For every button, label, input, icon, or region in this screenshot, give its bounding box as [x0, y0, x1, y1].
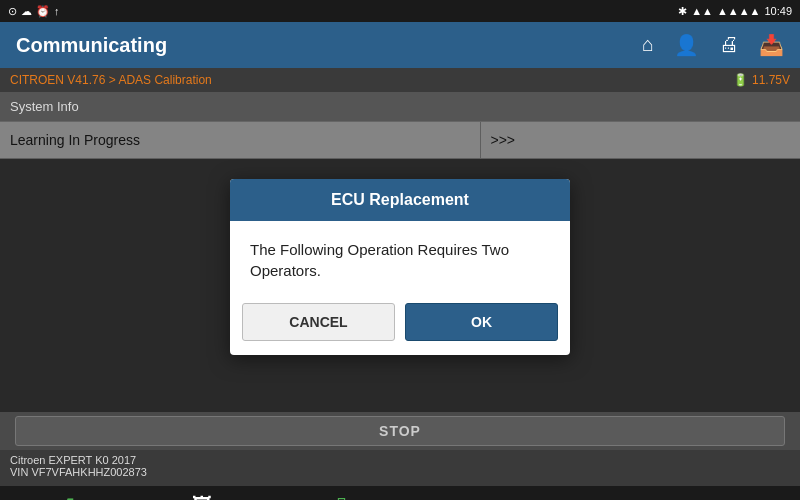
- bluetooth-icon: ✱: [678, 5, 687, 18]
- modal-overlay: ECU Replacement The Following Operation …: [0, 122, 800, 412]
- square-icon[interactable]: □: [466, 494, 478, 501]
- dialog-buttons: CANCEL OK: [230, 297, 570, 355]
- time-display: 10:49: [764, 5, 792, 17]
- nav-bar: Communicating ⌂ 👤 🖨 📥: [0, 22, 800, 68]
- stop-bar: STOP: [0, 412, 800, 450]
- cancel-button[interactable]: CANCEL: [242, 303, 395, 341]
- home-bottom-icon[interactable]: ⌂: [595, 494, 607, 501]
- dialog: ECU Replacement The Following Operation …: [230, 179, 570, 355]
- bottom-nav: ↺ 🖼 🖨 □ ⌂ ↩: [0, 486, 800, 500]
- upload-icon: ↑: [54, 5, 60, 17]
- breadcrumb-bar: CITROEN V41.76 > ADAS Calibration 🔋 11.7…: [0, 68, 800, 92]
- nav-title: Communicating: [16, 34, 167, 57]
- status-left-icons: ⊙ ☁ ⏰ ↑: [8, 5, 60, 18]
- signal-icon: ▲▲▲▲: [717, 5, 761, 17]
- system-info-bar: System Info: [0, 92, 800, 122]
- gallery-icon[interactable]: 🖼: [192, 494, 212, 501]
- dialog-header: ECU Replacement: [230, 179, 570, 221]
- main-content: Learning In Progress >>> ECU Replacement…: [0, 122, 800, 412]
- circle-icon: ⊙: [8, 5, 17, 18]
- vehicle-name: Citroen EXPERT K0 2017: [10, 454, 790, 466]
- download-icon[interactable]: 📥: [759, 33, 784, 57]
- ok-button[interactable]: OK: [405, 303, 558, 341]
- dialog-message: The Following Operation Requires Two Ope…: [250, 241, 509, 279]
- print-icon[interactable]: 🖨: [719, 33, 739, 57]
- status-bar: ⊙ ☁ ⏰ ↑ ✱ ▲▲ ▲▲▲▲ 10:49: [0, 0, 800, 22]
- vehicle-info-bar: Citroen EXPERT K0 2017 VIN VF7VFAHKHHZ00…: [0, 450, 800, 486]
- battery-info: 🔋 11.75V: [733, 73, 790, 87]
- home-icon[interactable]: ⌂: [642, 33, 654, 57]
- printer-icon[interactable]: 🖨: [329, 494, 349, 501]
- system-info-label: System Info: [10, 99, 79, 114]
- stop-button[interactable]: STOP: [15, 416, 785, 446]
- refresh-icon[interactable]: ↺: [58, 493, 75, 500]
- dialog-body: The Following Operation Requires Two Ope…: [230, 221, 570, 297]
- breadcrumb: CITROEN V41.76 > ADAS Calibration: [10, 73, 212, 87]
- user-icon[interactable]: 👤: [674, 33, 699, 57]
- wifi-icon: ▲▲: [691, 5, 713, 17]
- battery-icon: 🔋: [733, 73, 748, 87]
- nav-icons: ⌂ 👤 🖨 📥: [642, 33, 784, 57]
- vehicle-vin: VIN VF7VFAHKHHZ002873: [10, 466, 790, 478]
- status-right: ✱ ▲▲ ▲▲▲▲ 10:49: [678, 5, 792, 18]
- cloud-icon: ☁: [21, 5, 32, 18]
- back-icon[interactable]: ↩: [725, 493, 742, 500]
- battery-voltage: 11.75V: [752, 73, 790, 87]
- dialog-title: ECU Replacement: [331, 191, 469, 208]
- clock-icon: ⏰: [36, 5, 50, 18]
